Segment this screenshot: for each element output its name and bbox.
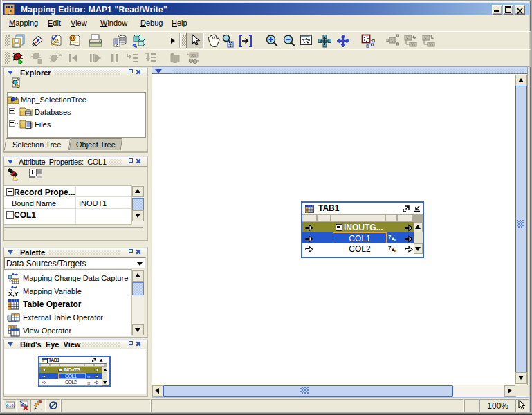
svg-text:X,Y: X,Y <box>8 290 19 297</box>
svg-text:g: g <box>394 237 396 241</box>
svg-text:XY: XY <box>191 53 196 57</box>
svg-text:0101: 0101 <box>6 403 15 408</box>
svg-text:g: g <box>394 248 396 252</box>
